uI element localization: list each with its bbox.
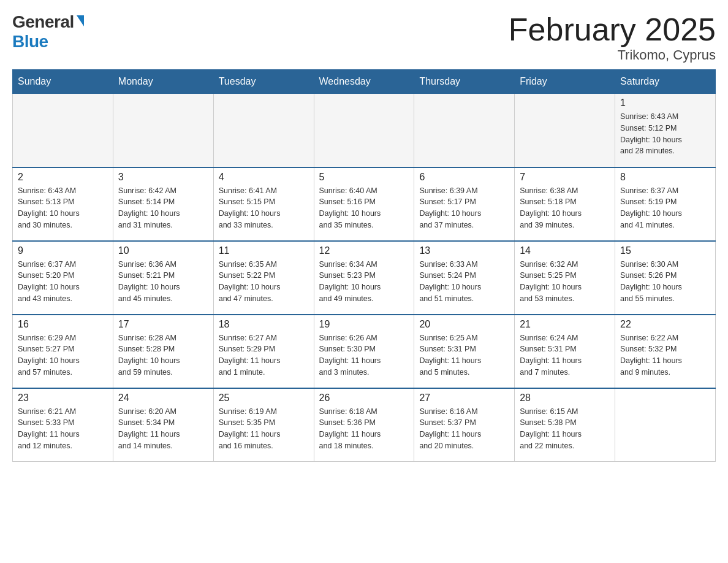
day-info: Sunrise: 6:16 AM Sunset: 5:37 PM Dayligh… [419, 406, 509, 452]
calendar-header-monday: Monday [113, 70, 213, 94]
calendar-day-cell: 7Sunrise: 6:38 AM Sunset: 5:18 PM Daylig… [515, 167, 615, 241]
day-info: Sunrise: 6:28 AM Sunset: 5:28 PM Dayligh… [118, 332, 208, 378]
day-number: 11 [219, 245, 309, 256]
calendar-day-cell: 22Sunrise: 6:22 AM Sunset: 5:32 PM Dayli… [615, 315, 716, 388]
day-number: 12 [319, 245, 409, 256]
day-number: 7 [520, 172, 610, 183]
calendar-day-cell [314, 94, 414, 167]
calendar-day-cell: 11Sunrise: 6:35 AM Sunset: 5:22 PM Dayli… [213, 241, 314, 315]
day-number: 8 [620, 172, 710, 183]
day-info: Sunrise: 6:25 AM Sunset: 5:31 PM Dayligh… [419, 332, 509, 378]
day-number: 27 [419, 393, 509, 404]
logo-triangle-icon [77, 15, 84, 26]
day-info: Sunrise: 6:27 AM Sunset: 5:29 PM Dayligh… [219, 332, 309, 378]
calendar-week-row: 1Sunrise: 6:43 AM Sunset: 5:12 PM Daylig… [13, 94, 716, 167]
day-info: Sunrise: 6:34 AM Sunset: 5:23 PM Dayligh… [319, 259, 409, 305]
day-number: 15 [620, 245, 710, 256]
calendar-day-cell: 27Sunrise: 6:16 AM Sunset: 5:37 PM Dayli… [414, 388, 515, 462]
day-number: 9 [18, 245, 108, 256]
calendar-day-cell: 18Sunrise: 6:27 AM Sunset: 5:29 PM Dayli… [213, 315, 314, 388]
calendar-day-cell: 23Sunrise: 6:21 AM Sunset: 5:33 PM Dayli… [13, 388, 113, 462]
calendar-week-row: 23Sunrise: 6:21 AM Sunset: 5:33 PM Dayli… [13, 388, 716, 462]
title-block: February 2025 Trikomo, Cyprus [509, 12, 716, 63]
day-number: 26 [319, 393, 409, 404]
calendar-day-cell: 17Sunrise: 6:28 AM Sunset: 5:28 PM Dayli… [113, 315, 213, 388]
day-info: Sunrise: 6:21 AM Sunset: 5:33 PM Dayligh… [18, 406, 108, 452]
calendar-week-row: 2Sunrise: 6:43 AM Sunset: 5:13 PM Daylig… [13, 167, 716, 241]
day-number: 10 [118, 245, 208, 256]
day-info: Sunrise: 6:20 AM Sunset: 5:34 PM Dayligh… [118, 406, 208, 452]
calendar-title: February 2025 [509, 12, 716, 47]
logo-blue: Blue [12, 32, 48, 52]
calendar-header-saturday: Saturday [615, 70, 716, 94]
calendar-day-cell: 5Sunrise: 6:40 AM Sunset: 5:16 PM Daylig… [314, 167, 414, 241]
day-number: 25 [219, 393, 309, 404]
day-info: Sunrise: 6:35 AM Sunset: 5:22 PM Dayligh… [219, 259, 309, 305]
day-info: Sunrise: 6:43 AM Sunset: 5:13 PM Dayligh… [18, 185, 108, 231]
calendar-day-cell: 2Sunrise: 6:43 AM Sunset: 5:13 PM Daylig… [13, 167, 113, 241]
day-info: Sunrise: 6:38 AM Sunset: 5:18 PM Dayligh… [520, 185, 610, 231]
calendar-header-sunday: Sunday [13, 70, 113, 94]
calendar-week-row: 9Sunrise: 6:37 AM Sunset: 5:20 PM Daylig… [13, 241, 716, 315]
calendar-day-cell: 14Sunrise: 6:32 AM Sunset: 5:25 PM Dayli… [515, 241, 615, 315]
day-number: 23 [18, 393, 108, 404]
day-info: Sunrise: 6:36 AM Sunset: 5:21 PM Dayligh… [118, 259, 208, 305]
calendar-day-cell [615, 388, 716, 462]
calendar-day-cell: 26Sunrise: 6:18 AM Sunset: 5:36 PM Dayli… [314, 388, 414, 462]
day-number: 18 [219, 319, 309, 330]
calendar-day-cell: 12Sunrise: 6:34 AM Sunset: 5:23 PM Dayli… [314, 241, 414, 315]
calendar-table: SundayMondayTuesdayWednesdayThursdayFrid… [12, 69, 716, 462]
day-number: 19 [319, 319, 409, 330]
day-info: Sunrise: 6:39 AM Sunset: 5:17 PM Dayligh… [419, 185, 509, 231]
calendar-header-thursday: Thursday [414, 70, 515, 94]
calendar-header-row: SundayMondayTuesdayWednesdayThursdayFrid… [13, 70, 716, 94]
calendar-day-cell: 16Sunrise: 6:29 AM Sunset: 5:27 PM Dayli… [13, 315, 113, 388]
calendar-day-cell: 8Sunrise: 6:37 AM Sunset: 5:19 PM Daylig… [615, 167, 716, 241]
day-info: Sunrise: 6:26 AM Sunset: 5:30 PM Dayligh… [319, 332, 409, 378]
calendar-day-cell: 1Sunrise: 6:43 AM Sunset: 5:12 PM Daylig… [615, 94, 716, 167]
day-number: 28 [520, 393, 610, 404]
calendar-header-wednesday: Wednesday [314, 70, 414, 94]
calendar-week-row: 16Sunrise: 6:29 AM Sunset: 5:27 PM Dayli… [13, 315, 716, 388]
calendar-day-cell: 9Sunrise: 6:37 AM Sunset: 5:20 PM Daylig… [13, 241, 113, 315]
calendar-day-cell: 15Sunrise: 6:30 AM Sunset: 5:26 PM Dayli… [615, 241, 716, 315]
day-number: 3 [118, 172, 208, 183]
calendar-day-cell: 13Sunrise: 6:33 AM Sunset: 5:24 PM Dayli… [414, 241, 515, 315]
day-info: Sunrise: 6:18 AM Sunset: 5:36 PM Dayligh… [319, 406, 409, 452]
calendar-day-cell: 6Sunrise: 6:39 AM Sunset: 5:17 PM Daylig… [414, 167, 515, 241]
day-number: 16 [18, 319, 108, 330]
day-number: 4 [219, 172, 309, 183]
logo-general: General [12, 12, 74, 32]
day-info: Sunrise: 6:19 AM Sunset: 5:35 PM Dayligh… [219, 406, 309, 452]
day-number: 21 [520, 319, 610, 330]
day-info: Sunrise: 6:30 AM Sunset: 5:26 PM Dayligh… [620, 259, 710, 305]
logo: General Blue [12, 12, 84, 52]
calendar-day-cell: 19Sunrise: 6:26 AM Sunset: 5:30 PM Dayli… [314, 315, 414, 388]
day-info: Sunrise: 6:33 AM Sunset: 5:24 PM Dayligh… [419, 259, 509, 305]
day-info: Sunrise: 6:37 AM Sunset: 5:20 PM Dayligh… [18, 259, 108, 305]
calendar-day-cell: 10Sunrise: 6:36 AM Sunset: 5:21 PM Dayli… [113, 241, 213, 315]
day-info: Sunrise: 6:41 AM Sunset: 5:15 PM Dayligh… [219, 185, 309, 231]
day-number: 17 [118, 319, 208, 330]
page-header: General Blue February 2025 Trikomo, Cypr… [12, 12, 716, 63]
day-number: 14 [520, 245, 610, 256]
day-number: 1 [620, 98, 710, 109]
day-info: Sunrise: 6:37 AM Sunset: 5:19 PM Dayligh… [620, 185, 710, 231]
day-number: 6 [419, 172, 509, 183]
calendar-day-cell: 20Sunrise: 6:25 AM Sunset: 5:31 PM Dayli… [414, 315, 515, 388]
calendar-day-cell: 4Sunrise: 6:41 AM Sunset: 5:15 PM Daylig… [213, 167, 314, 241]
day-info: Sunrise: 6:22 AM Sunset: 5:32 PM Dayligh… [620, 332, 710, 378]
calendar-header-tuesday: Tuesday [213, 70, 314, 94]
calendar-day-cell: 21Sunrise: 6:24 AM Sunset: 5:31 PM Dayli… [515, 315, 615, 388]
day-number: 20 [419, 319, 509, 330]
calendar-header-friday: Friday [515, 70, 615, 94]
day-info: Sunrise: 6:15 AM Sunset: 5:38 PM Dayligh… [520, 406, 610, 452]
calendar-day-cell: 3Sunrise: 6:42 AM Sunset: 5:14 PM Daylig… [113, 167, 213, 241]
calendar-day-cell [13, 94, 113, 167]
day-info: Sunrise: 6:29 AM Sunset: 5:27 PM Dayligh… [18, 332, 108, 378]
calendar-day-cell [414, 94, 515, 167]
day-number: 22 [620, 319, 710, 330]
day-info: Sunrise: 6:40 AM Sunset: 5:16 PM Dayligh… [319, 185, 409, 231]
day-number: 5 [319, 172, 409, 183]
day-number: 13 [419, 245, 509, 256]
